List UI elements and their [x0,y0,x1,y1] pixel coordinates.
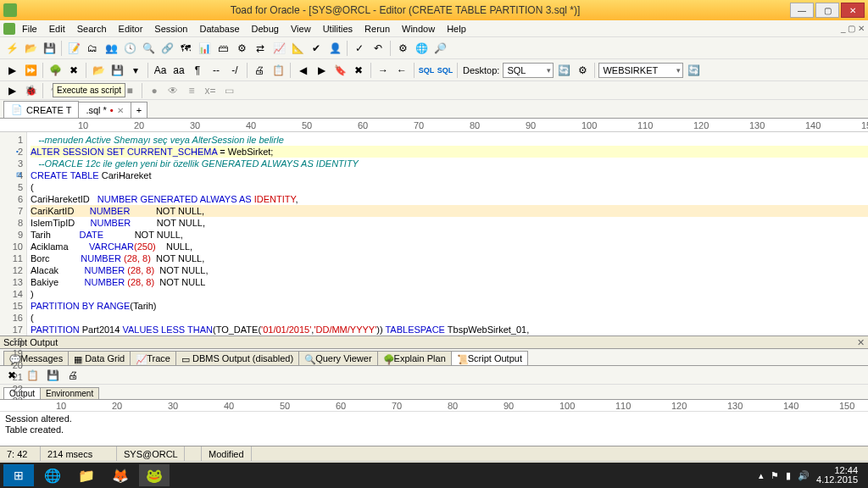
menu-rerun[interactable]: Rerun [359,22,395,36]
out-tab-query-viewer[interactable]: 🔍Query Viewer [298,351,377,365]
refresh-icon[interactable]: 🔄 [555,62,572,79]
tab-file-1[interactable]: 📄 CREATE T [3,101,79,118]
save-icon[interactable]: 💾 [41,40,58,57]
new-connection-icon[interactable]: ⚡ [3,40,20,57]
menu-utilities[interactable]: Utilities [318,22,358,36]
vars-icon[interactable]: x= [202,82,219,99]
save-sql-icon[interactable]: 💾 [108,62,125,79]
output-icon[interactable]: ▭ [220,82,237,99]
code-editor[interactable]: 1•23⊟4567891011121314151617181920212223 … [0,132,868,336]
menu-search[interactable]: Search [72,22,112,36]
profiler-icon[interactable]: 📐 [289,40,306,57]
tray-volume-icon[interactable]: 🔊 [798,470,810,481]
maximize-button[interactable]: ▢ [815,3,839,18]
debug-icon[interactable]: 🐞 [22,82,39,99]
out-tab-dbms-output-disabled-[interactable]: ▭DBMS Output (disabled) [175,351,299,365]
system-tray[interactable]: ▴ ⚑ ▮ 🔊 12:44 4.12.2015 [759,466,865,485]
uncomment-icon[interactable]: -/ [226,62,243,79]
toad-world-icon[interactable]: 🌐 [413,40,430,57]
execute-script-icon[interactable]: ⏩ [22,62,39,79]
print-output-icon[interactable]: 🖨 [64,367,81,384]
session-browser-icon[interactable]: 👥 [103,40,120,57]
copy-output-icon[interactable]: 📋 [24,367,41,384]
automation-icon[interactable]: ⚙ [233,40,250,57]
desktop-combo[interactable]: SQL [503,63,554,78]
schema-browser-icon[interactable]: 🗂 [84,40,101,57]
menu-database[interactable]: Database [194,22,244,36]
trace-icon[interactable]: 📈 [270,40,287,57]
explorer-icon[interactable]: 📁 [71,464,102,486]
tray-up-icon[interactable]: ▴ [759,470,764,481]
menu-session[interactable]: Session [149,22,192,36]
ie-icon[interactable]: 🌐 [37,464,68,486]
open-file-icon[interactable]: 📂 [22,40,39,57]
lowercase-icon[interactable]: aa [170,62,187,79]
schema-combo[interactable]: WEBSIRKET [598,63,683,78]
out-tab-explain-plan[interactable]: 🌳Explain Plan [377,351,452,365]
sql2-icon[interactable]: SQL [437,62,453,79]
uppercase-icon[interactable]: Aa [152,62,169,79]
clear-bookmark-icon[interactable]: ✖ [350,62,367,79]
schema-refresh-icon[interactable]: 🔄 [685,62,702,79]
tab-file-2[interactable]: .sql * • ✕ [78,102,131,118]
minimize-button[interactable]: — [790,3,814,18]
firefox-icon[interactable]: 🦊 [105,464,136,486]
comment-icon[interactable]: -- [208,62,225,79]
start-button[interactable]: ⊞ [3,464,34,486]
health-check-icon[interactable]: ✔ [308,40,325,57]
team-coding-icon[interactable]: 👤 [326,40,343,57]
db-browser-icon[interactable]: 🗃 [214,40,231,57]
watch-icon[interactable]: 👁 [164,82,181,99]
query-builder-icon[interactable]: 📊 [196,40,213,57]
explain-plan-icon[interactable]: 🌳 [47,62,64,79]
out-tab-script-output[interactable]: 📜Script Output [451,351,528,365]
call-stack-icon[interactable]: ≡ [183,82,200,99]
menu-editor[interactable]: Editor [114,22,148,36]
rollback-icon[interactable]: ↶ [370,40,387,57]
tab-close-icon[interactable]: ✕ [117,106,124,115]
execute-statement-icon[interactable]: ▶ [3,62,20,79]
options-icon[interactable]: ⚙ [394,40,411,57]
format-icon[interactable]: ¶ [189,62,206,79]
nav-fwd-icon[interactable]: ▶ [313,62,330,79]
menu-help[interactable]: Help [442,22,471,36]
menu-view[interactable]: View [286,22,316,36]
menu-debug[interactable]: Debug [247,22,284,36]
print-icon[interactable]: 🖨 [251,62,268,79]
editor-icon[interactable]: 📝 [65,40,82,57]
gear-icon[interactable]: ⚙ [574,62,591,79]
subtab-environment[interactable]: Environment [40,387,99,399]
recent-files-icon[interactable]: ▾ [127,62,144,79]
er-diagram-icon[interactable]: 🔗 [159,40,175,57]
outdent-icon[interactable]: ← [393,62,410,79]
commit-icon[interactable]: ✓ [351,40,368,57]
indent-icon[interactable]: → [375,62,392,79]
tray-network-icon[interactable]: ▮ [786,470,791,481]
code-area[interactable]: --menuden Active Shemayı seç veya AlterS… [27,132,868,336]
nav-back-icon[interactable]: ◀ [294,62,311,79]
out-tab-trace[interactable]: 📈Trace [130,351,176,365]
menu-edit[interactable]: Edit [44,22,70,36]
play-debug-icon[interactable]: ▶ [3,82,20,99]
mdi-controls[interactable]: _ ▢ ✕ [841,24,865,33]
cancel-icon[interactable]: ✖ [65,62,82,79]
sql-icon[interactable]: SQL [418,62,435,79]
output-body[interactable]: Session altered.Table created. [0,412,868,446]
clipboard-icon[interactable]: 📋 [270,62,287,79]
compare-icon[interactable]: ⇄ [252,40,269,57]
save-output-icon[interactable]: 💾 [44,367,61,384]
search-icon[interactable]: 🔎 [431,40,448,57]
sql-recall-icon[interactable]: 🕓 [121,40,138,57]
close-button[interactable]: ✕ [841,3,865,18]
tray-flag-icon[interactable]: ⚑ [771,470,779,481]
code-road-map-icon[interactable]: 🗺 [177,40,194,57]
breakpoint-icon[interactable]: ● [146,82,163,99]
menu-window[interactable]: Window [397,22,440,36]
object-search-icon[interactable]: 🔍 [140,40,157,57]
toad-taskbar-icon[interactable]: 🐸 [139,464,170,486]
out-tab-data-grid[interactable]: ▦Data Grid [68,351,131,365]
bookmark-icon[interactable]: 🔖 [331,62,348,79]
open-sql-icon[interactable]: 📂 [90,62,107,79]
menu-file[interactable]: File [17,22,42,36]
tab-add-button[interactable]: + [131,102,147,118]
